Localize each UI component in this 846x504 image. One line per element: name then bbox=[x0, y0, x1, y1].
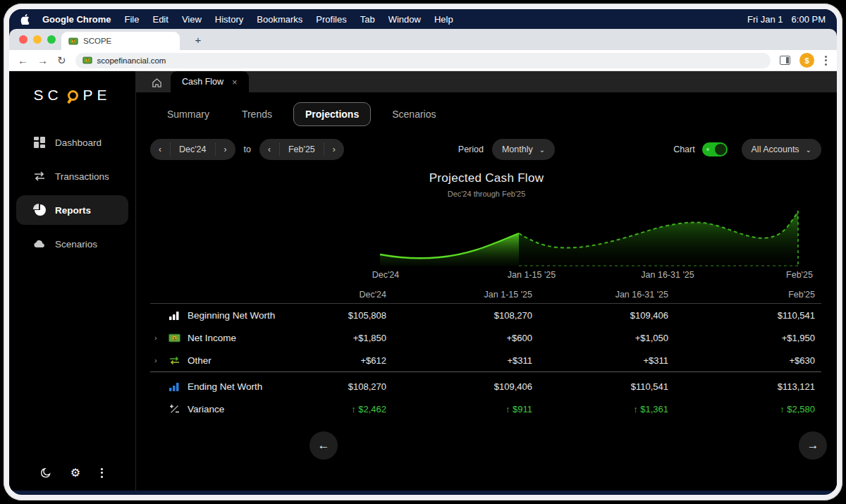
cell-value: +$600 bbox=[386, 333, 532, 343]
menu-edit[interactable]: Edit bbox=[152, 14, 168, 25]
cell-value: +$630 bbox=[668, 355, 815, 366]
zoom-window-button[interactable] bbox=[47, 35, 56, 44]
expand-chevron-icon[interactable]: › bbox=[154, 356, 161, 364]
projections-table: Dec'24 Jan 1-15 '25 Jan 16-31 '25 Feb'25… bbox=[150, 285, 821, 420]
x-axis-label: Jan 16-31 '25 bbox=[641, 270, 694, 280]
sidebar-item-dashboard[interactable]: Dashboard bbox=[16, 128, 128, 157]
row-label: Net Income bbox=[188, 333, 236, 343]
to-date-value[interactable]: Feb'25 bbox=[280, 139, 324, 160]
swap-arrows-icon bbox=[33, 170, 46, 183]
forward-icon[interactable]: → bbox=[37, 55, 48, 66]
table-row: Ending Net Worth $108,270 $109,406 $110,… bbox=[150, 375, 821, 398]
workspace-tab-title: Cash Flow bbox=[182, 77, 223, 87]
chart-toggle[interactable] bbox=[702, 142, 728, 156]
period-dropdown[interactable]: Monthly ⌄ bbox=[492, 139, 555, 160]
logo-text-left: SC bbox=[33, 87, 62, 104]
column-header: Jan 1-15 '25 bbox=[386, 290, 532, 300]
plus-minus-icon bbox=[168, 403, 180, 415]
app-content: SC PE Dashboard Transactions Re bbox=[9, 71, 837, 491]
tab-projections[interactable]: Projections bbox=[293, 102, 371, 126]
menu-profiles[interactable]: Profiles bbox=[316, 14, 346, 25]
cell-value: $108,270 bbox=[386, 310, 532, 321]
kebab-menu-icon[interactable] bbox=[99, 468, 104, 478]
money-favicon-icon: $ bbox=[68, 37, 78, 45]
reload-icon[interactable]: ↻ bbox=[57, 55, 66, 66]
gear-icon[interactable]: ⚙ bbox=[70, 466, 80, 479]
from-prev-icon[interactable]: ‹ bbox=[150, 139, 170, 160]
area-chart bbox=[380, 202, 801, 269]
column-header: Jan 16-31 '25 bbox=[532, 290, 668, 300]
cell-value: +$1,950 bbox=[668, 333, 815, 343]
chart-toggle-label: Chart bbox=[673, 145, 695, 154]
sidebar-item-transactions[interactable]: Transactions bbox=[16, 161, 128, 191]
accounts-dropdown[interactable]: All Accounts ⌄ bbox=[742, 139, 821, 160]
home-icon[interactable] bbox=[152, 78, 162, 88]
menu-tab[interactable]: Tab bbox=[360, 14, 375, 25]
cell-value: +$311 bbox=[386, 355, 532, 366]
address-bar[interactable]: $ scopefinancial.com bbox=[75, 53, 771, 68]
sidebar-item-scenarios[interactable]: Scenarios bbox=[16, 229, 128, 259]
cell-value: $105,808 bbox=[305, 310, 386, 321]
expand-chevron-icon[interactable]: › bbox=[154, 333, 161, 342]
chart-header: Projected Cash Flow Dec'24 through Feb'2… bbox=[136, 171, 837, 198]
menu-help[interactable]: Help bbox=[434, 14, 453, 25]
transfer-arrows-icon bbox=[168, 355, 180, 367]
cell-value: +$1,050 bbox=[532, 333, 668, 343]
cell-value: $113,121 bbox=[668, 381, 815, 392]
cell-value: $108,270 bbox=[305, 381, 386, 392]
table-row: › $ Net Income +$1,850 +$600 +$1,050 +$1… bbox=[150, 326, 821, 349]
tab-scenarios[interactable]: Scenarios bbox=[381, 103, 447, 125]
chrome-menu-icon[interactable] bbox=[823, 56, 828, 66]
menu-file[interactable]: File bbox=[125, 14, 140, 25]
from-date-value[interactable]: Dec'24 bbox=[171, 139, 215, 160]
banknote-icon: $ bbox=[168, 332, 180, 344]
magnifier-icon bbox=[68, 90, 78, 101]
sidebar-nav: Dashboard Transactions Reports Scenarios bbox=[9, 128, 135, 259]
menu-google-chrome[interactable]: Google Chrome bbox=[42, 14, 111, 25]
new-tab-button[interactable]: + bbox=[190, 32, 207, 47]
browser-tab-title: SCOPE bbox=[83, 37, 111, 45]
accounts-value: All Accounts bbox=[752, 145, 799, 154]
menu-view[interactable]: View bbox=[182, 14, 202, 25]
menu-bookmarks[interactable]: Bookmarks bbox=[257, 14, 302, 25]
back-icon[interactable]: ← bbox=[18, 55, 28, 66]
logo-text-right: PE bbox=[83, 87, 111, 104]
to-prev-icon[interactable]: ‹ bbox=[259, 139, 279, 160]
bar-chart-white-icon bbox=[168, 309, 180, 321]
x-axis-label: Jan 1-15 '25 bbox=[508, 270, 556, 280]
apple-menu-icon[interactable] bbox=[20, 14, 31, 25]
row-label: Other bbox=[188, 355, 212, 366]
to-next-icon[interactable]: › bbox=[324, 139, 344, 160]
cell-value: $110,541 bbox=[532, 381, 668, 392]
chart-title: Projected Cash Flow bbox=[136, 171, 837, 185]
pie-chart-icon bbox=[33, 204, 46, 216]
cash-flow-chart: Dec'24 Jan 1-15 '25 Jan 16-31 '25 Feb'25 bbox=[150, 199, 821, 283]
workspace-tab-cash-flow[interactable]: Cash Flow × bbox=[171, 71, 249, 92]
moon-icon[interactable] bbox=[40, 467, 51, 479]
workspace-tabstrip: Cash Flow × bbox=[136, 71, 837, 92]
app-sidebar: SC PE Dashboard Transactions Re bbox=[9, 71, 136, 491]
browser-tab-scope[interactable]: $ SCOPE bbox=[61, 32, 180, 50]
chevron-down-icon: ⌄ bbox=[806, 146, 811, 154]
from-next-icon[interactable]: › bbox=[216, 139, 235, 160]
close-tab-icon[interactable]: × bbox=[232, 77, 238, 87]
side-panel-icon[interactable] bbox=[780, 56, 790, 65]
desktop: Google Chrome File Edit View History Boo… bbox=[9, 9, 837, 495]
previous-period-button[interactable]: ← bbox=[309, 431, 338, 460]
next-period-button[interactable]: → bbox=[799, 431, 827, 460]
from-date-stepper: ‹ Dec'24 › bbox=[150, 139, 235, 160]
table-row: Beginning Net Worth $105,808 $108,270 $1… bbox=[150, 304, 821, 326]
row-label: Variance bbox=[188, 404, 224, 414]
minimize-window-button[interactable] bbox=[33, 35, 42, 44]
menu-window[interactable]: Window bbox=[388, 14, 421, 25]
tab-trends[interactable]: Trends bbox=[231, 103, 283, 125]
cell-value: ↑ $2,580 bbox=[668, 404, 815, 414]
svg-text:$: $ bbox=[73, 39, 75, 43]
menu-history[interactable]: History bbox=[215, 14, 243, 25]
sidebar-item-reports[interactable]: Reports bbox=[16, 195, 128, 225]
profile-avatar[interactable]: $ bbox=[799, 53, 814, 68]
close-window-button[interactable] bbox=[19, 35, 27, 44]
menubar-clock: Fri Jan 1 6:00 PM bbox=[747, 14, 826, 25]
browser-tabstrip: $ SCOPE + bbox=[9, 29, 837, 50]
tab-summary[interactable]: Summary bbox=[156, 103, 221, 125]
